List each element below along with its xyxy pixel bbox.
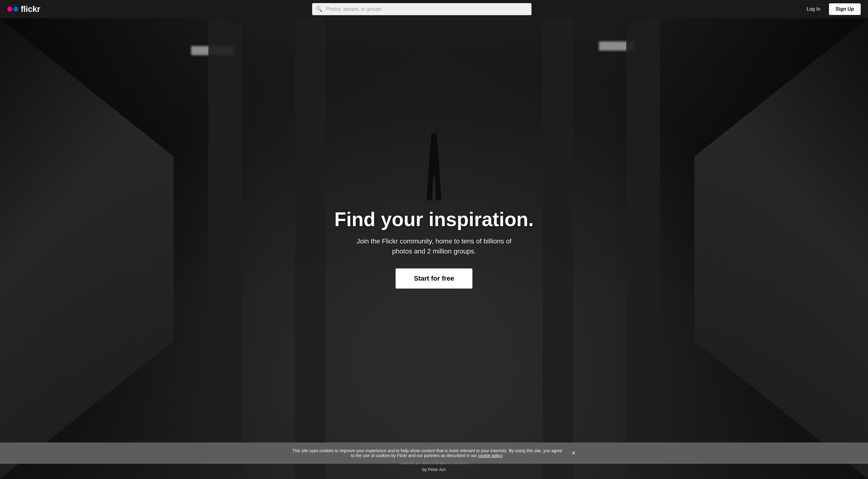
column-2 [295, 18, 326, 479]
dot-pink [7, 7, 12, 11]
signup-button[interactable]: Sign Up [829, 3, 861, 15]
cookie-close-button[interactable]: × [569, 448, 578, 458]
hero-subtitle: Join the Flickr community, home to tens … [334, 236, 534, 256]
hero-content: Find your inspiration. Join the Flickr c… [328, 209, 540, 289]
dot-blue [13, 7, 18, 11]
column-1 [208, 18, 242, 479]
flickr-dots [7, 7, 18, 11]
cookie-banner: This site uses cookies to improve your e… [0, 442, 868, 464]
cookie-text-content: This site uses cookies to improve your e… [292, 448, 562, 458]
navbar-left: flickr [7, 4, 40, 14]
hero-title: Find your inspiration. [334, 209, 534, 230]
cookie-message: This site uses cookies to improve your e… [290, 448, 564, 458]
hero-section: Find your inspiration. Join the Flickr c… [0, 18, 868, 479]
search-input[interactable] [312, 3, 531, 15]
search-bar: 🔍 [312, 3, 531, 15]
navbar: flickr 🔍 Log In Sign Up [0, 0, 868, 18]
photo-author: by Peter Arn [399, 466, 469, 473]
start-free-button[interactable]: Start for free [396, 268, 472, 289]
column-4 [542, 18, 573, 479]
cookie-policy-link[interactable]: cookie policy [478, 453, 502, 458]
flickr-wordmark: flickr [21, 4, 40, 14]
flickr-logo[interactable]: flickr [7, 4, 40, 14]
login-button[interactable]: Log In [803, 4, 824, 14]
navbar-right: Log In Sign Up [803, 3, 861, 15]
column-3 [626, 18, 659, 479]
